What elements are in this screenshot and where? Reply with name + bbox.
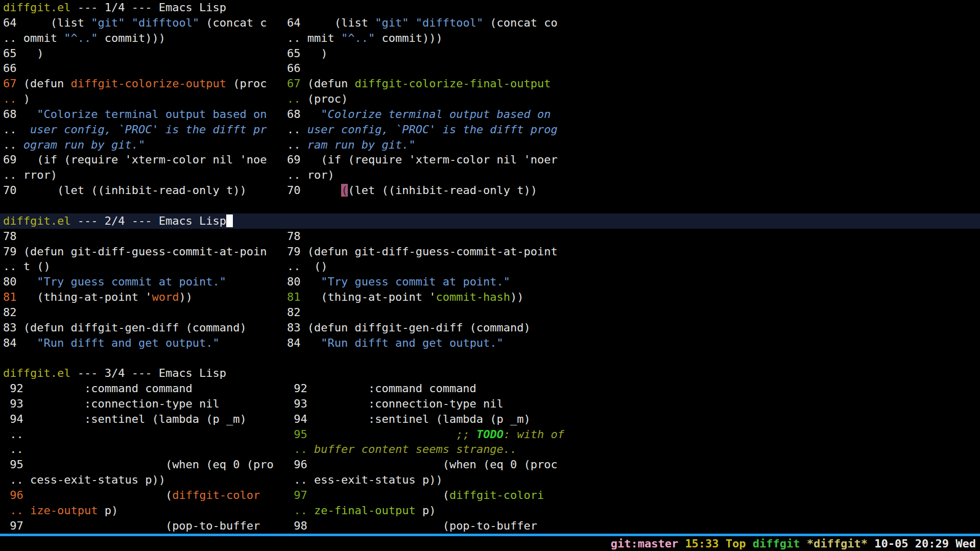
code-segment: .. — [287, 92, 301, 105]
diff-line[interactable]: 67 (defun diffgit-colorize-output (proc6… — [0, 76, 980, 91]
code-segment: "Colorize terminal output based on — [321, 108, 551, 121]
code-segment: "^.." — [64, 32, 98, 44]
code-segment: (proc — [226, 77, 267, 90]
code-segment: .. rror) — [3, 169, 57, 181]
diff-right-pane: 80 "Try guess commit at point." — [287, 274, 510, 290]
diff-line[interactable]: .. ommit "^.." commit))).. mmit "^.." co… — [0, 31, 980, 46]
code-segment: "^.." — [341, 32, 375, 44]
code-segment: 78 — [3, 230, 17, 243]
diff-right-pane: .. user config, `PROC' is the difft prog — [287, 122, 558, 137]
code-segment: word — [152, 291, 179, 303]
diff-line[interactable]: 80 "Try guess commit at point."80 "Try g… — [0, 274, 980, 290]
diff-line[interactable]: 83 (defun diffgit-gen-diff (command)83 (… — [0, 320, 980, 336]
hunk-header-line[interactable]: diffgit.el --- 2/4 --- Emacs Lisp — [0, 213, 980, 229]
diff-line[interactable]: 69 (if (require 'xterm-color nil 'noe69 … — [0, 152, 980, 167]
diff-line[interactable]: 8282 — [0, 305, 980, 320]
diff-line[interactable]: 7878 — [0, 229, 980, 244]
diff-right-pane: 84 "Run difft and get output." — [287, 336, 504, 351]
code-segment: 96 (when (eq 0 (proc — [287, 458, 558, 471]
code-segment: .. — [3, 123, 30, 136]
diff-buffer[interactable]: diffgit.el --- 1/4 --- Emacs Lisp64 (lis… — [0, 0, 980, 534]
diff-right-pane: 98 (pop-to-buffer — [287, 518, 537, 534]
code-segment: "git" — [91, 16, 125, 29]
mode-line[interactable]: git:master 15:33 Top diffgit *diffgit* 1… — [0, 536, 980, 551]
diff-line[interactable]: 68 "Colorize terminal output based on68 … — [0, 107, 980, 122]
diff-right-pane: .. ram run by git." — [287, 137, 416, 153]
diff-right-pane: 93 :connection-type nil — [287, 396, 504, 412]
diff-left-pane: 82 — [3, 305, 17, 320]
spacer — [800, 537, 807, 550]
diff-line[interactable]: 70 (let ((inhibit-read-only t))70 ((let … — [0, 183, 980, 198]
diff-left-pane: 84 "Run difft and get output." — [3, 336, 220, 351]
code-segment — [307, 504, 314, 517]
diff-line[interactable]: .. rror).. ror) — [0, 167, 980, 183]
diff-line[interactable] — [0, 350, 980, 366]
spacer — [746, 537, 753, 550]
code-segment — [307, 443, 314, 456]
code-segment: 67 — [287, 77, 301, 90]
weekday: Wed — [955, 537, 976, 550]
diff-line[interactable]: 97 (pop-to-buffer 98 (pop-to-buffer — [0, 518, 980, 534]
diff-line[interactable]: 79 (defun git-diff-guess-commit-at-poin7… — [0, 244, 980, 259]
diff-line[interactable]: 96 (diffgit-color 97 (diffgit-colori — [0, 488, 980, 503]
hunk-header-line[interactable]: diffgit.el --- 1/4 --- Emacs Lisp — [0, 0, 980, 15]
code-segment: .. ror) — [287, 169, 334, 181]
diff-left-pane: 92 :command command — [3, 381, 193, 396]
diff-left-pane: 67 (defun diffgit-colorize-output (proc — [3, 76, 267, 91]
code-segment: user config, `PROC' is the difft prog — [307, 123, 558, 136]
diff-line[interactable]: 84 "Run difft and get output."84 "Run di… — [0, 336, 980, 351]
diff-left-pane: 97 (pop-to-buffer — [3, 518, 260, 534]
code-segment: .. — [3, 443, 23, 456]
code-segment: 95 — [287, 428, 307, 441]
diff-left-pane: 70 (let ((inhibit-read-only t)) — [3, 183, 247, 198]
code-segment: 66 — [3, 62, 17, 75]
diff-line[interactable]: .. ogram run by git.".. ram run by git." — [0, 137, 980, 153]
code-segment: 84 — [287, 337, 321, 349]
diff-line[interactable]: .. .. buffer content seems strange.. — [0, 442, 980, 457]
diff-line[interactable]: 94 :sentinel (lambda (p _m) 94 :sentinel… — [0, 412, 980, 427]
diff-left-pane: .. ommit "^.." commit))) — [3, 31, 165, 46]
emacs-frame: diffgit.el --- 1/4 --- Emacs Lisp64 (lis… — [0, 0, 980, 551]
diff-line[interactable]: 65 )65 ) — [0, 46, 980, 61]
code-segment — [125, 16, 131, 29]
code-segment: : with of — [504, 428, 564, 441]
diff-line[interactable]: 64 (list "git" "difftool" (concat c64 (l… — [0, 15, 980, 31]
diff-line[interactable]: 92 :command command 92 :command command — [0, 381, 980, 396]
diff-right-pane: 70 ((let ((inhibit-read-only t)) — [287, 183, 537, 198]
diff-left-pane: .. ) — [3, 91, 30, 107]
diff-left-pane: .. user config, `PROC' is the difft pr — [3, 122, 267, 137]
diff-line[interactable]: .. ize-output p) .. ze-final-output p) — [0, 503, 980, 518]
diff-line[interactable]: .. ).. (proc) — [0, 91, 980, 107]
diff-line[interactable]: .. 95 ;; TODO: with of — [0, 427, 980, 442]
code-segment: ;; — [456, 428, 476, 441]
diff-line[interactable]: 6666 — [0, 61, 980, 76]
code-segment: ogram run by git." — [23, 138, 145, 151]
diff-line[interactable]: .. cess-exit-status p)) .. ess-exit-stat… — [0, 472, 980, 488]
code-segment: (concat co — [483, 16, 558, 29]
diff-right-pane: .. buffer content seems strange.. — [287, 442, 517, 457]
code-segment: --- 3/4 --- Emacs Lisp — [70, 367, 226, 379]
code-segment: .. mmit — [287, 32, 341, 44]
code-segment: 64 (list — [3, 16, 91, 29]
diff-right-pane: 64 (list "git" "difftool" (concat co — [287, 15, 558, 31]
mode-name: diffgit — [753, 537, 800, 550]
diff-line[interactable]: .. user config, `PROC' is the difft pr..… — [0, 122, 980, 137]
diff-line[interactable]: 93 :connection-type nil 93 :connection-t… — [0, 396, 980, 412]
code-segment: 97 (pop-to-buffer — [3, 519, 260, 532]
code-segment: (defun — [17, 77, 71, 90]
code-segment: 92 :command command — [3, 382, 193, 395]
code-segment: )) — [179, 291, 193, 303]
diff-right-pane: 67 (defun diffgit-colorize-final-output — [287, 76, 551, 91]
date-time: 10-05 20:29 — [874, 537, 949, 550]
code-segment: 66 — [287, 62, 301, 75]
diff-line[interactable] — [0, 198, 980, 213]
diff-line[interactable]: 95 (when (eq 0 (pro 96 (when (eq 0 (proc — [0, 457, 980, 472]
diff-left-pane: 83 (defun diffgit-gen-diff (command) — [3, 320, 247, 336]
diff-line[interactable]: .. t ().. () — [0, 259, 980, 274]
diff-line[interactable]: 81 (thing-at-point 'word))81 (thing-at-p… — [0, 290, 980, 305]
diff-left-pane: diffgit.el --- 1/4 --- Emacs Lisp — [3, 0, 226, 15]
hunk-header-line[interactable]: diffgit.el --- 3/4 --- Emacs Lisp — [0, 366, 980, 381]
diff-right-pane: 81 (thing-at-point 'commit-hash)) — [287, 290, 524, 305]
code-segment: .. t () — [3, 260, 51, 273]
git-branch: git:master — [611, 537, 678, 550]
